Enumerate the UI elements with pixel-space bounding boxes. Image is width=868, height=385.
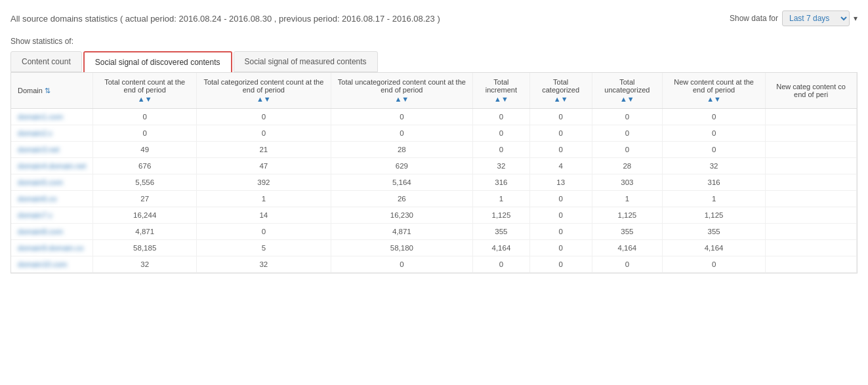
col-total-cat: Total categorized ▲▼ — [529, 73, 592, 109]
col-domain: Domain ⇅ — [11, 73, 93, 109]
cell-domain[interactable]: domain4.domain.net — [11, 158, 93, 174]
cell-value: 0 — [473, 109, 530, 125]
cell-value: 629 — [331, 158, 473, 174]
col-total-categorized: Total categorized content count at the e… — [197, 73, 331, 109]
cell-value: 58,180 — [331, 240, 473, 256]
cell-value: 0 — [529, 125, 592, 142]
cell-value: 303 — [592, 174, 662, 191]
table-row: domain3.net4921280000 — [11, 142, 857, 158]
cell-value: 0 — [331, 256, 473, 273]
cell-value: 355 — [473, 224, 530, 240]
cell-value: 0 — [529, 256, 592, 273]
show-data-for: Show data for Last 7 days Last 30 days L… — [730, 10, 858, 26]
cell-domain[interactable]: domain1.com — [11, 109, 93, 125]
cell-value — [766, 256, 857, 273]
cell-value: 0 — [473, 142, 530, 158]
cell-domain[interactable]: domain5.com — [11, 174, 93, 191]
data-table: Domain ⇅ Total content count at the end … — [11, 73, 857, 273]
cell-value: 0 — [473, 256, 530, 273]
tab-content-count[interactable]: Content count — [10, 51, 82, 72]
cell-value: 1,125 — [592, 207, 662, 224]
cell-value — [766, 125, 857, 142]
uncat-sort[interactable]: ▲▼ — [620, 95, 634, 103]
cell-value: 4,871 — [93, 224, 197, 240]
header-title: All source domains statistics ( actual p… — [10, 14, 440, 24]
page-container: All source domains statistics ( actual p… — [0, 0, 868, 284]
col-total-content: Total content count at the end of period… — [93, 73, 197, 109]
total-cat-sort[interactable]: ▲▼ — [257, 95, 271, 103]
total-content-sort[interactable]: ▲▼ — [138, 95, 152, 103]
table-row: domain9.domain.co58,185558,1804,16404,16… — [11, 240, 857, 256]
cell-value: 0 — [197, 224, 331, 240]
increment-sort[interactable]: ▲▼ — [494, 95, 508, 103]
cell-domain[interactable]: domain6.co — [11, 191, 93, 207]
cell-value: 0 — [331, 125, 473, 142]
cat-sort[interactable]: ▲▼ — [554, 95, 568, 103]
cell-domain[interactable]: domain2.c — [11, 125, 93, 142]
cell-value: 0 — [592, 256, 662, 273]
cell-value: 58,185 — [93, 240, 197, 256]
cell-value: 13 — [529, 174, 592, 191]
show-data-dropdown[interactable]: Last 7 days Last 30 days Last 90 days — [782, 10, 850, 26]
col-total-uncategorized: Total uncategorized content count at the… — [331, 73, 473, 109]
cell-value: 1,125 — [473, 207, 530, 224]
cell-value: 47 — [197, 158, 331, 174]
table-row: domain7.c16,2441416,2301,12501,1251,125 — [11, 207, 857, 224]
cell-value: 32 — [473, 158, 530, 174]
cell-value: 14 — [197, 207, 331, 224]
cell-value: 4,164 — [592, 240, 662, 256]
cell-value: 676 — [93, 158, 197, 174]
cell-value — [766, 174, 857, 191]
total-uncat-sort[interactable]: ▲▼ — [394, 95, 409, 103]
cell-value — [766, 191, 857, 207]
cell-value — [766, 109, 857, 125]
cell-value: 1 — [473, 191, 530, 207]
cell-value: 0 — [592, 109, 662, 125]
col-total-increment: Total increment ▲▼ — [473, 73, 530, 109]
domain-sort-icon[interactable]: ⇅ — [45, 87, 51, 95]
new-content-sort[interactable]: ▲▼ — [707, 95, 721, 103]
cell-value: 1 — [592, 191, 662, 207]
table-row: domain6.co271261011 — [11, 191, 857, 207]
cell-value: 32 — [93, 256, 197, 273]
cell-value: 0 — [197, 109, 331, 125]
cell-value: 5,164 — [331, 174, 473, 191]
table-row: domain5.com5,5563925,16431613303316 — [11, 174, 857, 191]
cell-domain[interactable]: domain10.com — [11, 256, 93, 273]
cell-value: 0 — [663, 142, 766, 158]
cell-value: 0 — [331, 109, 473, 125]
cell-domain[interactable]: domain7.c — [11, 207, 93, 224]
table-row: domain2.c0000000 — [11, 125, 857, 142]
col-new-content: New content count at the end of period ▲… — [663, 73, 766, 109]
cell-value: 0 — [529, 142, 592, 158]
cell-value: 1 — [663, 191, 766, 207]
show-data-label: Show data for — [730, 14, 778, 23]
cell-value: 1,125 — [663, 207, 766, 224]
cell-domain[interactable]: domain8.com — [11, 224, 93, 240]
cell-domain[interactable]: domain9.domain.co — [11, 240, 93, 256]
cell-value: 32 — [663, 158, 766, 174]
cell-value: 0 — [93, 125, 197, 142]
cell-value: 316 — [663, 174, 766, 191]
col-total-uncat: Total uncategorized ▲▼ — [592, 73, 662, 109]
cell-value: 16,230 — [331, 207, 473, 224]
cell-domain[interactable]: domain3.net — [11, 142, 93, 158]
cell-value: 27 — [93, 191, 197, 207]
cell-value: 0 — [529, 207, 592, 224]
cell-value: 28 — [592, 158, 662, 174]
tab-social-measured[interactable]: Social signal of measured contents — [234, 51, 378, 72]
cell-value: 4,164 — [663, 240, 766, 256]
cell-value — [766, 207, 857, 224]
tab-social-discovered[interactable]: Social signal of discovered contents — [83, 51, 232, 72]
cell-value: 355 — [663, 224, 766, 240]
stats-label: Show statistics of: — [10, 37, 858, 46]
cell-value: 0 — [93, 109, 197, 125]
cell-value: 0 — [663, 256, 766, 273]
table-row: domain4.domain.net676476293242832 — [11, 158, 857, 174]
cell-value: 0 — [473, 125, 530, 142]
cell-value: 49 — [93, 142, 197, 158]
cell-value: 0 — [529, 191, 592, 207]
cell-value — [766, 224, 857, 240]
cell-value: 0 — [529, 240, 592, 256]
cell-value: 0 — [529, 109, 592, 125]
